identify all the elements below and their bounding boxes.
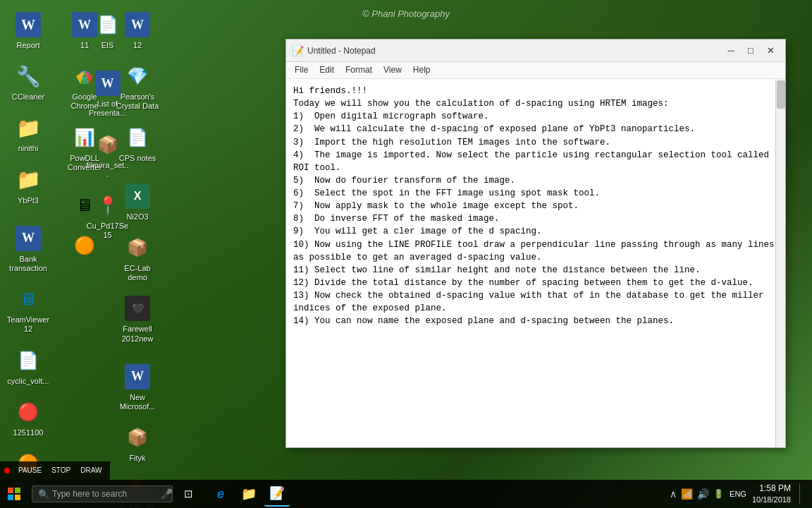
blender-icon-2: 🟠 bbox=[74, 236, 95, 255]
powdll-icon: 📊 bbox=[74, 128, 95, 147]
ccleaner-icon: 🔧 bbox=[16, 65, 41, 88]
icon-powdll-label: PowDLL Converter bbox=[63, 154, 106, 172]
icon-ybpt3[interactable]: 📁 YbPt3 bbox=[4, 162, 53, 209]
taskbar-apps: e 📁 📝 bbox=[208, 481, 290, 507]
tray-icons: ∧ 📶 🔊 🔋 bbox=[670, 488, 724, 500]
icon-cps[interactable]: 📄 CPS notes bbox=[113, 120, 162, 167]
taskbar: 🔍 🎤 ⊡ e 📁 📝 ∧ 📶 🔊 🔋 bbox=[0, 480, 812, 508]
menu-edit[interactable]: Edit bbox=[314, 64, 340, 77]
icon-cyclic-label: cyclic_volt... bbox=[7, 377, 49, 386]
search-icon: 🔍 bbox=[38, 489, 49, 500]
icon-pearson[interactable]: 💎 Pearson's Crystal Data bbox=[113, 59, 162, 114]
notepad-content bbox=[286, 79, 785, 447]
system-clock[interactable]: 1:58 PM 10/18/2018 bbox=[752, 483, 791, 504]
icon-ninithi[interactable]: 📁 ninithi bbox=[4, 110, 53, 157]
pearson-icon: 💎 bbox=[127, 66, 148, 86]
icon-ni2o3-label: Ni2O3 bbox=[126, 212, 148, 222]
notepad-title: 📝 Untitled - Notepad bbox=[292, 45, 376, 56]
icon-blender2[interactable]: 🟠 bbox=[60, 228, 109, 265]
icon-fityk[interactable]: 📦 Fityk bbox=[113, 420, 162, 466]
desktop-icons-col3: W 12 💎 Pearson's Crystal Data 📄 CPS note… bbox=[109, 0, 162, 508]
show-desktop-button[interactable] bbox=[799, 483, 805, 504]
icon-teamviewer2[interactable]: 🖥 bbox=[60, 188, 109, 223]
notepad-title-text: Untitled - Notepad bbox=[307, 46, 376, 56]
clock-time: 1:58 PM bbox=[752, 483, 791, 495]
notepad-window: 📝 Untitled - Notepad ─ □ ✕ File Edit For… bbox=[285, 39, 786, 448]
icon-cyclic[interactable]: 📄 cyclic_volt... bbox=[4, 343, 53, 389]
taskbar-explorer[interactable]: 📁 bbox=[236, 481, 262, 507]
minimize-button[interactable]: ─ bbox=[722, 44, 740, 58]
microphone-icon[interactable]: 🎤 bbox=[161, 488, 173, 500]
notepad-textarea[interactable] bbox=[286, 79, 785, 447]
folder-icon-2: 📁 bbox=[16, 168, 41, 191]
windows-logo bbox=[8, 488, 20, 500]
eclab-icon: 📦 bbox=[127, 238, 148, 258]
icon-new-label: New Microsof... bbox=[116, 393, 159, 411]
icon-teamviewer[interactable]: 🖥 TeamViewer 12 bbox=[4, 282, 53, 337]
language-indicator[interactable]: ENG bbox=[730, 490, 746, 498]
menu-file[interactable]: File bbox=[289, 64, 314, 77]
icon-ybpt3-label: YbPt3 bbox=[18, 196, 39, 205]
window-controls: ─ □ ✕ bbox=[722, 44, 780, 58]
maximize-button[interactable]: □ bbox=[742, 44, 760, 58]
icon-chrome[interactable]: Google Chrome bbox=[60, 59, 109, 114]
desktop-icons-col2: W 11 Google Chrome 📊 PowD bbox=[56, 0, 109, 274]
svg-rect-4 bbox=[15, 488, 20, 493]
icon-farewell-label: Farewell 2012new bbox=[116, 325, 159, 343]
icon-report[interactable]: W Report bbox=[4, 7, 53, 54]
edge-icon: e bbox=[217, 487, 224, 502]
num-icon: 🔴 bbox=[18, 402, 39, 422]
scrollbar-vertical[interactable] bbox=[775, 79, 785, 447]
notepad-app-icon: 📝 bbox=[292, 45, 303, 56]
start-button[interactable] bbox=[0, 481, 28, 507]
task-view-icon: ⊡ bbox=[184, 488, 193, 500]
task-view-button[interactable]: ⊡ bbox=[176, 481, 201, 507]
recording-toolbar: PAUSE STOP DRAW bbox=[0, 461, 110, 480]
icon-powdll[interactable]: 📊 PowDLL Converter bbox=[60, 120, 109, 176]
menu-help[interactable]: Help bbox=[407, 64, 436, 77]
fityk-icon: 📦 bbox=[127, 428, 148, 447]
chevron-icon[interactable]: ∧ bbox=[670, 488, 677, 500]
notepad-titlebar: 📝 Untitled - Notepad ─ □ ✕ bbox=[286, 40, 785, 62]
stop-button[interactable]: STOP bbox=[47, 464, 75, 477]
icon-ccleaner[interactable]: 🔧 CCleaner bbox=[4, 59, 53, 105]
search-input[interactable] bbox=[52, 489, 158, 499]
icon-1251100-label: 1251100 bbox=[13, 428, 44, 437]
icon-cps-label: CPS notes bbox=[119, 154, 156, 163]
svg-rect-6 bbox=[15, 495, 20, 500]
icon-1251100[interactable]: 🔴 1251100 bbox=[4, 394, 53, 441]
icon-new[interactable]: W New Microsof... bbox=[113, 359, 162, 415]
volume-icon[interactable]: 🔊 bbox=[697, 488, 709, 500]
pause-button[interactable]: PAUSE bbox=[14, 464, 46, 477]
menu-view[interactable]: View bbox=[378, 64, 407, 77]
battery-icon: 🔋 bbox=[713, 489, 724, 499]
draw-button[interactable]: DRAW bbox=[76, 464, 106, 477]
search-box[interactable]: 🔍 🎤 bbox=[32, 485, 173, 502]
clock-date: 10/18/2018 bbox=[752, 495, 791, 504]
excel-icon-ni: X bbox=[125, 183, 150, 209]
icon-12-label: 12 bbox=[133, 41, 142, 50]
icon-ccleaner-label: CCleaner bbox=[12, 92, 44, 102]
network-icon[interactable]: 📶 bbox=[681, 488, 693, 500]
icon-12[interactable]: W 12 bbox=[113, 7, 162, 54]
icon-ni2o3[interactable]: X Ni2O3 bbox=[113, 179, 162, 225]
icon-farewell[interactable]: 🖤 Farewell 2012new bbox=[113, 291, 162, 346]
taskbar-edge[interactable]: e bbox=[208, 481, 233, 507]
notepad-task-icon: 📝 bbox=[269, 485, 285, 501]
icon-pearson-label: Pearson's Crystal Data bbox=[116, 92, 159, 111]
icon-bank[interactable]: W Bank transaction bbox=[4, 221, 53, 277]
close-button[interactable]: ✕ bbox=[761, 44, 780, 58]
system-tray: ∧ 📶 🔊 🔋 ENG 1:58 PM 10/18/2018 bbox=[670, 483, 812, 504]
icon-11-label: 11 bbox=[80, 41, 89, 50]
menu-format[interactable]: Format bbox=[340, 64, 378, 77]
chrome-icon bbox=[73, 65, 96, 87]
explorer-icon: 📁 bbox=[241, 486, 257, 502]
icon-11[interactable]: W 11 bbox=[60, 7, 109, 54]
teamviewer-icon-2: 🖥 bbox=[76, 195, 93, 215]
icon-eclab[interactable]: 📦 EC-Lab demo bbox=[113, 230, 162, 286]
svg-rect-5 bbox=[8, 495, 13, 500]
word-icon-12: W bbox=[125, 12, 150, 37]
farewell-icon: 🖤 bbox=[125, 296, 150, 321]
taskbar-notepad[interactable]: 📝 bbox=[264, 481, 290, 507]
recording-indicator bbox=[4, 468, 10, 473]
